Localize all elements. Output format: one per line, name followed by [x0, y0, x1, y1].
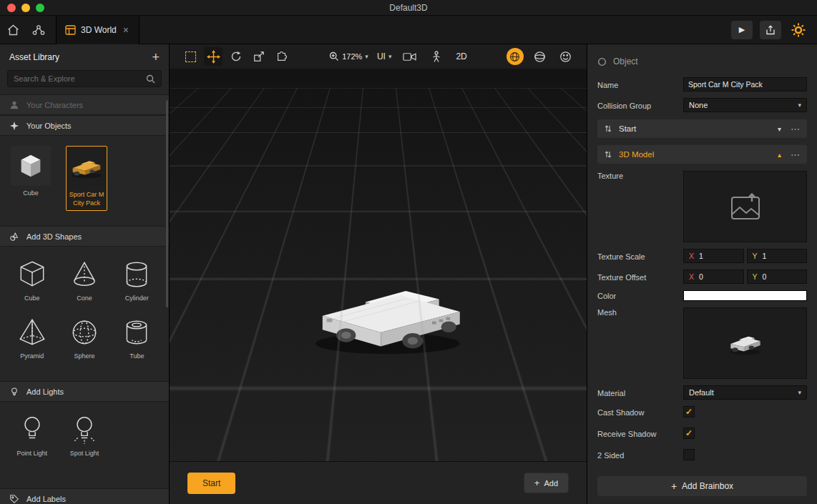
shape-tile-cylinder[interactable]: Cylinder: [120, 258, 153, 302]
add-asset-button[interactable]: +: [152, 51, 160, 64]
home-button[interactable]: [0, 16, 26, 44]
asset-tile-sport-car[interactable]: Sport Car M City Pack: [66, 146, 107, 211]
section-add-lights[interactable]: Add Lights: [0, 381, 169, 402]
camera-button[interactable]: [400, 47, 419, 66]
search-input[interactable]: [14, 74, 146, 83]
gear-icon: [791, 23, 806, 37]
globe-icon: [509, 51, 520, 62]
snap-tool-button[interactable]: [273, 47, 291, 66]
cast-shadow-checkbox[interactable]: ✓: [683, 406, 695, 417]
texture-scale-y-input[interactable]: Y 1: [747, 249, 808, 263]
emoji-button[interactable]: [557, 47, 575, 66]
home-icon: [7, 24, 19, 36]
puzzle-icon: [275, 50, 288, 63]
receive-shadow-checkbox[interactable]: ✓: [683, 428, 695, 439]
material-value: Default: [689, 388, 714, 397]
texture-scale-x-input[interactable]: X 1: [683, 249, 744, 263]
section-your-objects[interactable]: Your Objects: [0, 115, 169, 136]
color-row: Color: [597, 290, 807, 301]
texture-offset-label: Texture Offset: [597, 272, 683, 282]
section-your-characters[interactable]: Your Characters: [0, 94, 169, 115]
mindmap-button[interactable]: [26, 16, 52, 44]
shape-label: Cube: [24, 295, 40, 302]
tab-3d-world[interactable]: 3D World ×: [56, 16, 140, 44]
asset-tile-cube[interactable]: Cube: [10, 146, 52, 198]
name-input[interactable]: [683, 77, 807, 92]
character-pose-button[interactable]: [427, 47, 446, 66]
two-sided-label: 2 Sided: [597, 450, 683, 460]
export-icon: [765, 25, 776, 35]
chevron-up-icon[interactable]: ▴: [778, 151, 781, 159]
label-tag-icon: [9, 494, 19, 504]
section-add-3d-shapes[interactable]: Add 3D Shapes: [0, 226, 169, 247]
atmosphere-button[interactable]: [531, 47, 549, 66]
color-swatch[interactable]: [683, 290, 807, 301]
tab-close-icon[interactable]: ×: [122, 25, 130, 35]
asset-library-panel: Asset Library + Your Characters Your Obj…: [0, 44, 170, 504]
mesh-preview[interactable]: [683, 307, 807, 379]
plus-icon: +: [671, 481, 677, 491]
scale-tool-button[interactable]: [250, 47, 268, 66]
move-tool-button[interactable]: [204, 47, 222, 66]
add-brainbox-button[interactable]: + Add Brainbox: [597, 476, 807, 496]
add-scene-button[interactable]: + Add: [524, 473, 569, 493]
ground-grid: [170, 69, 587, 88]
shape-label: Tube: [129, 352, 144, 360]
marquee-select-icon: [185, 51, 196, 62]
start-scene-button[interactable]: Start: [187, 473, 235, 494]
toggle-2d-button[interactable]: 2D: [454, 51, 468, 61]
texture-scale-y-value: 1: [763, 252, 767, 260]
model-section-bar[interactable]: 3D Model ▴ ⋯: [597, 145, 807, 164]
sphere-icon: [534, 51, 546, 63]
sidebar-scrollbar[interactable]: [166, 100, 168, 307]
model-section-title: 3D Model: [619, 150, 654, 159]
more-options-icon[interactable]: ⋯: [791, 149, 801, 160]
mesh-car-thumbnail: [725, 330, 766, 357]
shape-tile-cube[interactable]: Cube: [16, 258, 49, 302]
light-tile-point[interactable]: Point Light: [16, 413, 49, 457]
play-button[interactable]: ▶: [731, 21, 753, 39]
ui-layer-dropdown[interactable]: UI ▾: [377, 51, 392, 61]
texture-offset-y-input[interactable]: Y 0: [747, 270, 808, 284]
texture-offset-y-value: 0: [763, 272, 767, 281]
light-tile-spot[interactable]: Spot Light: [68, 413, 101, 457]
chevron-down-icon: ▾: [365, 53, 368, 60]
collision-group-dropdown[interactable]: None ▾: [683, 98, 807, 112]
zoom-value: 172%: [342, 52, 362, 61]
shape-tile-cone[interactable]: Cone: [68, 258, 101, 302]
material-dropdown[interactable]: Default ▾: [683, 385, 807, 400]
rotate-tool-button[interactable]: [227, 47, 245, 66]
sparkle-icon: [9, 121, 19, 131]
cube-wireframe-icon: [16, 258, 49, 291]
viewport-canvas[interactable]: [170, 69, 587, 461]
reorder-icon: [604, 124, 612, 133]
settings-button[interactable]: [788, 20, 808, 40]
start-section-bar[interactable]: Start ▾ ⋯: [597, 119, 807, 138]
world-view-button[interactable]: [507, 48, 524, 65]
image-upload-icon: [730, 193, 760, 220]
two-sided-checkbox[interactable]: [683, 449, 695, 460]
texture-dropzone[interactable]: [683, 171, 807, 242]
zoom-control[interactable]: 172% ▾: [329, 51, 368, 61]
texture-offset-x-input[interactable]: X 0: [683, 270, 744, 284]
shape-tile-pyramid[interactable]: Pyramid: [16, 316, 49, 360]
more-options-icon[interactable]: ⋯: [791, 124, 801, 134]
receive-shadow-row: Receive Shadow ✓: [597, 428, 807, 439]
bulb-icon: [9, 387, 19, 397]
chevron-down-icon[interactable]: ▾: [778, 125, 781, 133]
axis-x-label: X: [689, 252, 694, 260]
select-tool-button[interactable]: [181, 47, 200, 66]
scale-icon: [253, 50, 265, 63]
section-add-labels[interactable]: Add Labels: [0, 488, 169, 504]
shape-tile-tube[interactable]: Tube: [120, 316, 153, 360]
start-section-title: Start: [619, 124, 636, 133]
texture-row: Texture: [597, 171, 807, 242]
tab-label: 3D World: [81, 25, 117, 35]
asset-tile-label: Sport Car M City Pack: [67, 191, 106, 207]
shape-tile-sphere[interactable]: Sphere: [68, 316, 101, 360]
texture-scale-x-value: 1: [699, 252, 703, 260]
shape-label: Pyramid: [20, 352, 44, 360]
search-row: [0, 70, 169, 94]
car-model[interactable]: [296, 264, 476, 361]
export-button[interactable]: [760, 21, 781, 39]
